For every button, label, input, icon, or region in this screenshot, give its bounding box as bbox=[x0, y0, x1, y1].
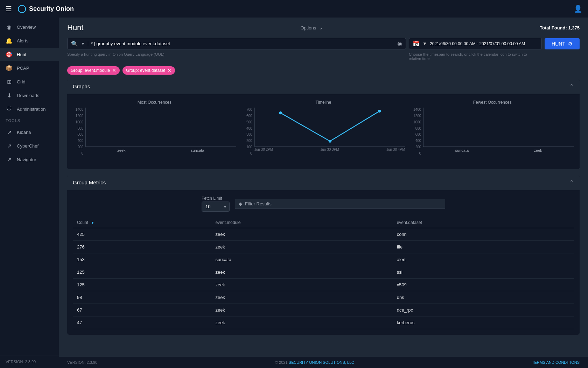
sidebar-item-administration[interactable]: 🛡 Administration bbox=[0, 102, 59, 116]
tag-event-dataset: Group: event.dataset ✕ bbox=[122, 66, 175, 75]
sidebar-item-cyberchef[interactable]: ↗ CyberChef bbox=[0, 139, 59, 153]
search-input[interactable] bbox=[91, 41, 394, 46]
version-label: VERSION: 2.3.90 bbox=[6, 360, 36, 364]
group-metrics-panel: Group Metrics ⌃ Fetch Limit 10 25 50 bbox=[67, 175, 580, 335]
footer-copyright: © 2021 SECURITY ONION SOLUTIONS, LLC bbox=[275, 360, 354, 364]
sidebar-item-hunt[interactable]: 🎯 Hunt bbox=[0, 48, 59, 61]
tag-event-dataset-remove[interactable]: ✕ bbox=[167, 68, 172, 73]
cell-event-module: zeek bbox=[211, 279, 392, 291]
logo-icon: ◯ bbox=[18, 4, 26, 13]
table-row: 425 zeek conn bbox=[73, 228, 574, 241]
options-label: Options bbox=[300, 25, 316, 30]
logo-text: Security Onion bbox=[29, 5, 74, 13]
table-row: 153 suricata alert bbox=[73, 253, 574, 266]
svg-point-2 bbox=[378, 110, 381, 113]
y-label: 700 bbox=[242, 108, 252, 111]
search-input-wrapper: 🔍 ▼ ◉ bbox=[67, 38, 406, 49]
sidebar-item-label: Kibana bbox=[17, 130, 31, 135]
footer-terms[interactable]: TERMS AND CONDITIONS bbox=[532, 360, 580, 364]
sidebar-item-kibana[interactable]: ↗ Kibana bbox=[0, 125, 59, 139]
svg-point-1 bbox=[328, 140, 331, 143]
col-count[interactable]: Count ▼ bbox=[73, 217, 211, 228]
sidebar: ◉ Overview 🔔 Alerts 🎯 Hunt 📦 PCAP ⊞ Grid… bbox=[0, 18, 59, 368]
filter-results-input[interactable]: ◆ Filter Results bbox=[235, 199, 445, 209]
graphs-panel-header[interactable]: Graphs ⌃ bbox=[67, 79, 580, 94]
cell-count: 425 bbox=[73, 228, 211, 241]
footer-company-link[interactable]: SECURITY ONION SOLUTIONS, LLC bbox=[289, 360, 354, 364]
cell-event-dataset: x509 bbox=[393, 279, 574, 291]
y-label: 0 bbox=[73, 151, 83, 155]
sidebar-item-downloads[interactable]: ⬇ Downloads bbox=[0, 89, 59, 102]
col-event-dataset[interactable]: event.dataset bbox=[393, 217, 574, 228]
fetch-limit-select[interactable]: 10 25 50 100 bbox=[202, 202, 230, 212]
y-label: 600 bbox=[73, 132, 83, 136]
search-hint: Specify a hunting query in Onion Query L… bbox=[67, 52, 400, 63]
alerts-icon: 🔔 bbox=[6, 38, 13, 44]
group-metrics-panel-header[interactable]: Group Metrics ⌃ bbox=[67, 175, 580, 190]
tag-event-module: Group: event.module ✕ bbox=[67, 66, 120, 75]
user-icon[interactable]: 👤 bbox=[574, 5, 582, 13]
sidebar-item-overview[interactable]: ◉ Overview bbox=[0, 20, 59, 34]
cell-event-module: zeek bbox=[211, 316, 392, 329]
y-label: 800 bbox=[73, 127, 83, 130]
group-metrics-panel-toggle[interactable]: ⌃ bbox=[569, 179, 574, 186]
search-icon: 🔍 bbox=[71, 40, 78, 47]
page-header: Hunt Options ⌄ Total Found: 1,375 bbox=[59, 18, 588, 35]
sidebar-item-label: Navigator bbox=[17, 157, 36, 162]
grid-icon: ⊞ bbox=[6, 79, 13, 85]
x-label-3: Jun 30 4PM bbox=[386, 148, 405, 151]
most-occurrences-graph: Most Occurrences 1400 1200 1000 800 600 … bbox=[73, 100, 236, 164]
cell-count: 276 bbox=[73, 241, 211, 253]
data-table: Count ▼ event.module event.dataset bbox=[73, 217, 574, 329]
y-label: 400 bbox=[73, 139, 83, 143]
graphs-panel-title: Graphs bbox=[73, 83, 90, 89]
y-label: 600 bbox=[411, 132, 421, 136]
cell-count: 98 bbox=[73, 291, 211, 304]
sidebar-item-alerts[interactable]: 🔔 Alerts bbox=[0, 34, 59, 48]
tags-row: Group: event.module ✕ Group: event.datas… bbox=[59, 63, 588, 79]
y-label: 0 bbox=[411, 151, 421, 155]
sidebar-item-pcap[interactable]: 📦 PCAP bbox=[0, 61, 59, 75]
y-label: 600 bbox=[242, 114, 252, 118]
total-found-label: Total Found: bbox=[540, 25, 567, 30]
fewest-occurrences-label: Fewest Occurrences bbox=[473, 100, 512, 105]
y-label: 200 bbox=[242, 139, 252, 143]
y-label: 100 bbox=[242, 145, 252, 149]
page-title: Hunt bbox=[67, 23, 83, 32]
cell-count: 153 bbox=[73, 253, 211, 266]
search-bar: 🔍 ▼ ◉ 📅 ▼ 2021/06/30 00:00:00 AM - 2021/… bbox=[59, 35, 588, 52]
tools-label: Tools bbox=[0, 116, 59, 125]
cyberchef-icon: ↗ bbox=[6, 143, 13, 149]
top-nav-left: ☰ ◯ Security Onion bbox=[6, 4, 74, 13]
filter-results-label: Filter Results bbox=[245, 201, 272, 206]
filter-icon: ◆ bbox=[239, 201, 242, 206]
sidebar-item-navigator[interactable]: ↗ Navigator bbox=[0, 153, 59, 166]
bar-label-zeek: zeek bbox=[117, 148, 125, 152]
table-row: 47 zeek kerberos bbox=[73, 316, 574, 329]
datetime-hint: Choose the timespan to search, or click … bbox=[406, 52, 539, 63]
calendar-dropdown-icon[interactable]: ▼ bbox=[422, 41, 427, 46]
hunt-button[interactable]: HUNT ⚙ bbox=[545, 38, 580, 49]
graphs-panel-toggle[interactable]: ⌃ bbox=[569, 83, 574, 90]
tag-event-module-remove[interactable]: ✕ bbox=[112, 68, 116, 73]
search-dropdown-button[interactable]: ▼ bbox=[81, 41, 88, 46]
sidebar-item-grid[interactable]: ⊞ Grid bbox=[0, 75, 59, 89]
timeline-label: Timeline bbox=[316, 100, 331, 105]
datetime-text: 2021/06/30 00:00:00 AM - 2021/07/01 00:0… bbox=[430, 41, 525, 46]
y-label: 1200 bbox=[73, 114, 83, 118]
sidebar-item-label: Hunt bbox=[17, 52, 26, 57]
options-bar[interactable]: Options ⌄ bbox=[300, 25, 323, 30]
fetch-select-wrapper: 10 25 50 100 bbox=[202, 202, 230, 212]
timeline-svg bbox=[254, 108, 405, 147]
search-clear-button[interactable]: ◉ bbox=[397, 40, 402, 47]
col-event-module[interactable]: event.module bbox=[211, 217, 392, 228]
cell-event-module: zeek bbox=[211, 241, 392, 253]
cell-event-dataset: kerberos bbox=[393, 316, 574, 329]
calendar-icon[interactable]: 📅 bbox=[413, 40, 420, 47]
y-label: 400 bbox=[242, 127, 252, 130]
y-label: 0 bbox=[242, 151, 252, 155]
hamburger-menu[interactable]: ☰ bbox=[6, 5, 12, 13]
y-label: 400 bbox=[411, 139, 421, 143]
options-chevron-icon: ⌄ bbox=[319, 25, 323, 30]
total-found-value: 1,375 bbox=[568, 25, 580, 30]
